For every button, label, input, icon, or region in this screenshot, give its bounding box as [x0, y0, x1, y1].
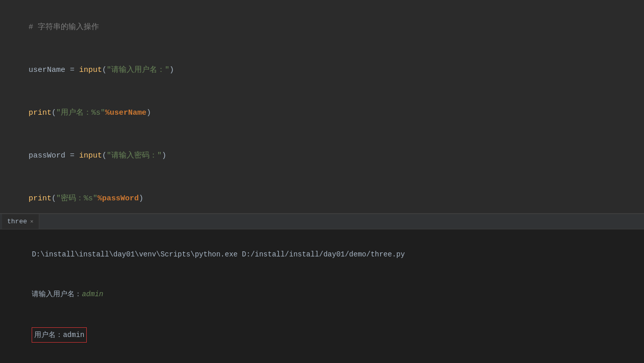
terminal-tab-three[interactable]: three × [2, 214, 39, 229]
terminal-run-command: D:\install\install\day01\venv\Scripts\py… [6, 235, 638, 274]
code-func-input: input [79, 66, 102, 74]
terminal-output-username: 用户名：admin [6, 314, 638, 356]
output-username-label: 用户名： [34, 331, 63, 339]
output-username-value: admin [63, 331, 84, 339]
terminal-prompt-username: 请输入用户名：admin [6, 274, 638, 314]
code-var-username: userName [29, 66, 70, 74]
code-line-2: userName = input("请输入用户名：") [10, 49, 634, 92]
terminal-prompt-password: 请输入密码：123456 [6, 356, 638, 363]
code-format-password: %passWord [97, 194, 139, 203]
comment-text: # 字符串的输入操作 [29, 23, 99, 32]
code-format-username: %userName [105, 109, 146, 117]
code-line-1: # 字符串的输入操作 [10, 6, 634, 49]
terminal-tab-bar: three × [0, 214, 644, 229]
terminal-tab-close[interactable]: × [30, 219, 34, 225]
user-typed-username: admin [82, 290, 103, 298]
prompt-username-label: 请输入用户名： [32, 290, 82, 298]
code-var-password: passWord [29, 151, 70, 160]
code-func-print1: print [29, 109, 52, 117]
terminal-tab-label: three [7, 218, 27, 225]
terminal-content: D:\install\install\day01\venv\Scripts\py… [0, 229, 644, 363]
code-string-2: "用户名：%s" [56, 109, 105, 117]
code-line-5: print("密码：%s"%passWord) [10, 177, 634, 214]
code-string-4: "密码：%s" [56, 194, 97, 203]
terminal-area: three × D:\install\install\day01\venv\Sc… [0, 214, 644, 363]
code-line-4: passWord = input("请输入密码：") [10, 135, 634, 177]
code-editor: # 字符串的输入操作 userName = input("请输入用户名：") p… [0, 0, 644, 214]
code-func-input2: input [79, 151, 102, 160]
run-command-text: D:\install\install\day01\venv\Scripts\py… [32, 250, 405, 258]
output-username-box: 用户名：admin [32, 327, 87, 343]
code-string-3: "请输入密码：" [107, 151, 162, 160]
code-string-1: "请输入用户名：" [107, 66, 169, 74]
code-line-3: print("用户名：%s"%userName) [10, 92, 634, 135]
code-func-print2: print [29, 194, 52, 203]
